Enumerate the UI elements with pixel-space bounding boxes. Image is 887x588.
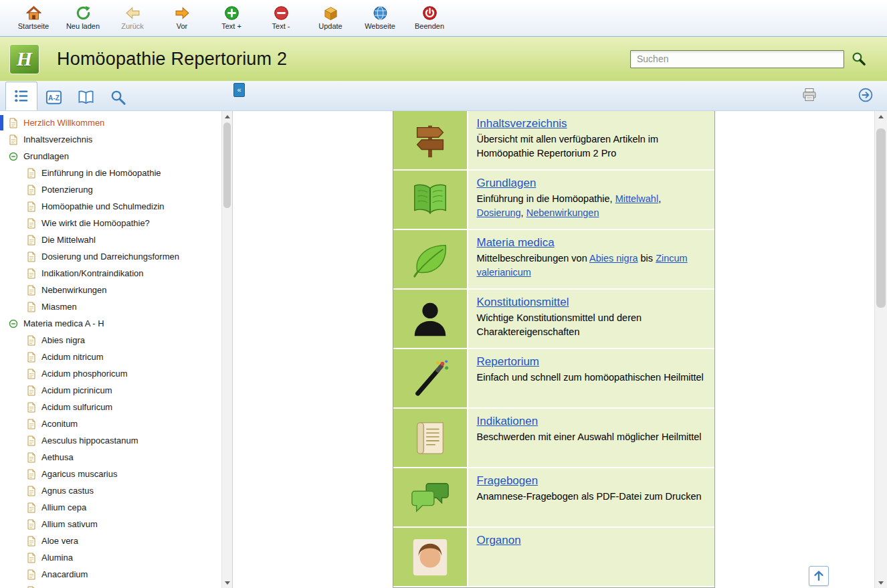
description-link[interactable]: Abies nigra — [589, 253, 638, 264]
toc-item[interactable]: Miasmen — [0, 298, 221, 315]
sidebar-scroll-down-button[interactable] — [222, 577, 232, 588]
toc-item[interactable]: Herzlich Willkommen — [0, 114, 221, 131]
toc-item[interactable]: Nebenwirkungen — [0, 282, 221, 298]
description-text: , — [658, 193, 661, 204]
toc-item[interactable]: Allium cepa — [0, 499, 221, 516]
collapse-icon — [9, 151, 18, 162]
toc-item[interactable]: Allium sativum — [0, 516, 221, 532]
section-icon-cell — [393, 230, 468, 288]
toc-item[interactable]: Die Mittelwahl — [0, 231, 221, 248]
toolbar-button-text-plus[interactable]: Text + — [211, 2, 252, 33]
toc-item-label: Aconitum — [41, 419, 78, 429]
toc-item[interactable]: Potenzierung — [0, 181, 221, 198]
search-button[interactable] — [848, 49, 870, 69]
description-text: bis — [638, 253, 656, 264]
toc-item[interactable]: Acidum phosphoricum — [0, 365, 221, 382]
content-scrollbar-thumb[interactable] — [876, 128, 886, 308]
toc-item[interactable]: Aconitum — [0, 415, 221, 432]
toc-item[interactable]: Abies nigra — [0, 332, 221, 349]
sidebar-scrollbar-thumb[interactable] — [223, 122, 231, 208]
toolbar-button-label: Text + — [221, 22, 241, 30]
page-icon — [27, 268, 36, 279]
reload-icon — [75, 5, 92, 21]
content-scroll-up-button[interactable] — [875, 111, 887, 122]
search-icon — [109, 88, 127, 106]
toc-item[interactable]: Aloe vera — [0, 532, 221, 549]
toolbar-button-label: Text - — [272, 22, 290, 30]
toolbar-button-beenden[interactable]: Beenden — [409, 2, 450, 33]
search-input[interactable] — [630, 50, 844, 68]
update-icon — [322, 5, 339, 21]
toc-item-label: Einführung in die Homöopathie — [41, 168, 161, 178]
toc-item[interactable]: Agnus castus — [0, 482, 221, 499]
section-body: Fragebogen Anamnese-Fragebogen als PDF-D… — [468, 468, 714, 526]
toc-item[interactable]: Antimonium crudum — [0, 583, 221, 588]
toc-item[interactable]: Materia medica A - H — [0, 315, 221, 332]
toolbar-button-startseite[interactable]: Startseite — [13, 2, 54, 33]
toolbar-button-update[interactable]: Update — [310, 2, 351, 33]
page-icon — [27, 369, 36, 379]
toc-item[interactable]: Acidum sulfuricum — [0, 399, 221, 415]
content-scrollbar[interactable] — [874, 111, 887, 588]
sidebar-scrollbar[interactable] — [221, 111, 232, 588]
section-title-link[interactable]: Inhaltsverzeichnis — [477, 117, 567, 130]
toc-item[interactable]: Einführung in die Homöopathie — [0, 165, 221, 181]
toc-item[interactable]: Grundlagen — [0, 148, 221, 165]
section-description: Beschwerden mit einer Auswahl möglicher … — [477, 430, 706, 444]
toc-item[interactable]: Anacardium — [0, 566, 221, 583]
view-tab-index-az[interactable]: A-Z — [37, 84, 70, 110]
toc-item-label: Nebenwirkungen — [41, 285, 107, 295]
scroll-to-top-button[interactable] — [809, 566, 829, 586]
toolbar-button-webseite[interactable]: Webseite — [360, 2, 400, 33]
content-scroll-down-button[interactable] — [875, 577, 887, 588]
toolbar-button-zurueck[interactable]: Zurück — [112, 2, 153, 33]
section-body: Grundlagen Einführung in die Homöopathie… — [468, 171, 714, 229]
page-icon — [27, 586, 36, 588]
description-link[interactable]: Mittelwahl — [615, 193, 658, 204]
page-icon — [27, 419, 36, 429]
section-title-link[interactable]: Materia medica — [477, 236, 555, 250]
page-icon — [27, 201, 36, 212]
toc-item[interactable]: Agaricus muscarius — [0, 466, 221, 482]
collapse-sidebar-button[interactable]: « — [233, 83, 245, 97]
toc-item-label: Aloe vera — [41, 536, 78, 546]
section-title-link[interactable]: Konstitutionsmittel — [477, 296, 569, 309]
section-title-link[interactable]: Indikationen — [477, 415, 538, 428]
section-description: Anamnese-Fragebogen als PDF-Datei zum Dr… — [477, 490, 706, 504]
toolbar-button-label: Startseite — [18, 22, 49, 30]
section-title-link[interactable]: Organon — [477, 534, 521, 547]
section-title-link[interactable]: Repertorium — [477, 355, 540, 369]
toc-item[interactable]: Homöopathie und Schulmedizin — [0, 198, 221, 215]
next-page-button[interactable] — [856, 86, 875, 104]
back-icon — [124, 5, 141, 21]
toc-item[interactable]: Acidum nitricum — [0, 349, 221, 365]
toc-item-label: Aethusa — [41, 452, 74, 462]
page-icon — [27, 352, 36, 363]
page-icon — [27, 235, 36, 246]
section-title-link[interactable]: Fragebogen — [477, 474, 538, 488]
description-link[interactable]: Dosierung — [477, 207, 521, 218]
toc-item[interactable]: Dosierung und Darreichungsformen — [0, 248, 221, 265]
triangle-up-icon — [225, 115, 230, 118]
description-link[interactable]: Nebenwirkungen — [526, 207, 599, 218]
toolbar-button-text-minus[interactable]: Text - — [261, 2, 301, 33]
view-tab-inhalt[interactable] — [5, 82, 37, 110]
toc-item[interactable]: Aethusa — [0, 449, 221, 466]
print-button[interactable] — [800, 86, 819, 104]
toc-item[interactable]: Indikation/Kontraindikation — [0, 265, 221, 282]
person-icon — [409, 298, 451, 340]
sidebar-scroll-up-button[interactable] — [222, 111, 232, 122]
toc-item[interactable]: Acidum picrinicum — [0, 382, 221, 399]
view-tab-suche[interactable] — [102, 84, 134, 110]
toc-item[interactable]: Inhaltsverzeichnis — [0, 131, 221, 148]
section-title-link[interactable]: Grundlagen — [477, 177, 536, 190]
page-icon — [27, 452, 36, 463]
main-toolbar: Startseite Neu laden Zurück Vor Text + — [0, 0, 887, 37]
toolbar-button-neu-laden[interactable]: Neu laden — [63, 2, 103, 33]
toc-item[interactable]: Wie wirkt die Homöopathie? — [0, 215, 221, 231]
portrait-icon — [409, 536, 451, 578]
toc-item[interactable]: Alumina — [0, 549, 221, 566]
toc-item[interactable]: Aesculus hippocastanum — [0, 432, 221, 449]
view-tab-buch[interactable] — [70, 84, 102, 110]
toolbar-button-vor[interactable]: Vor — [162, 2, 202, 33]
